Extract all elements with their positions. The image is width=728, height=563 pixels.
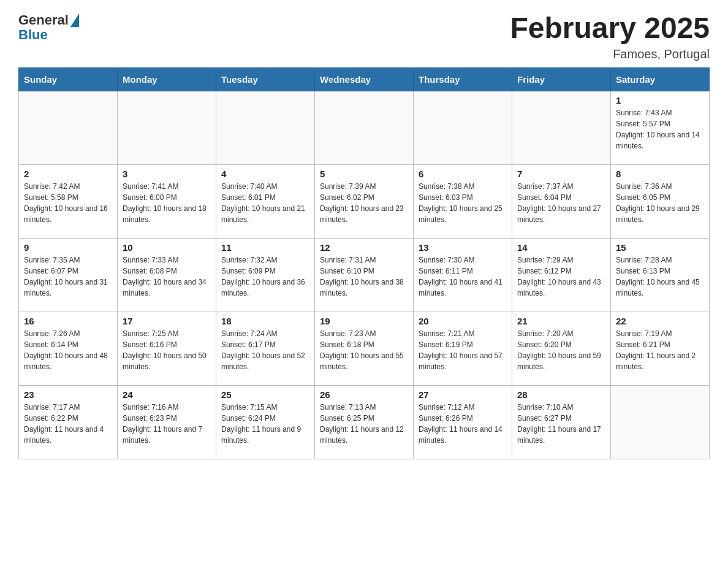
day-info: Sunrise: 7:23 AMSunset: 6:18 PMDaylight:… — [320, 328, 408, 372]
day-number: 1 — [616, 95, 704, 105]
day-info: Sunrise: 7:28 AMSunset: 6:13 PMDaylight:… — [616, 255, 704, 299]
day-number: 18 — [221, 316, 309, 326]
day-number: 13 — [419, 242, 507, 253]
day-number: 9 — [24, 242, 112, 253]
table-row — [216, 91, 315, 164]
day-number: 7 — [517, 169, 605, 179]
calendar-week-row: 2Sunrise: 7:42 AMSunset: 5:58 PMDaylight… — [19, 164, 710, 238]
day-info: Sunrise: 7:25 AMSunset: 6:16 PMDaylight:… — [123, 328, 211, 372]
logo: General Blue — [18, 12, 79, 43]
table-row: 5Sunrise: 7:39 AMSunset: 6:02 PMDaylight… — [315, 164, 414, 238]
calendar-week-row: 23Sunrise: 7:17 AMSunset: 6:22 PMDayligh… — [19, 385, 710, 459]
header-wednesday: Wednesday — [315, 67, 414, 91]
table-row: 17Sunrise: 7:25 AMSunset: 6:16 PMDayligh… — [118, 312, 216, 385]
day-number: 3 — [123, 169, 211, 179]
day-info: Sunrise: 7:42 AMSunset: 5:58 PMDaylight:… — [24, 181, 112, 225]
table-row: 10Sunrise: 7:33 AMSunset: 6:08 PMDayligh… — [118, 238, 216, 312]
day-info: Sunrise: 7:32 AMSunset: 6:09 PMDaylight:… — [221, 255, 309, 299]
table-row — [414, 91, 512, 164]
table-row: 6Sunrise: 7:38 AMSunset: 6:03 PMDaylight… — [414, 164, 512, 238]
day-info: Sunrise: 7:20 AMSunset: 6:20 PMDaylight:… — [517, 328, 605, 372]
calendar-table: Sunday Monday Tuesday Wednesday Thursday… — [18, 67, 710, 459]
day-info: Sunrise: 7:24 AMSunset: 6:17 PMDaylight:… — [221, 328, 309, 372]
header-thursday: Thursday — [414, 67, 512, 91]
day-info: Sunrise: 7:16 AMSunset: 6:23 PMDaylight:… — [123, 402, 211, 446]
day-number: 14 — [517, 242, 605, 253]
table-row: 2Sunrise: 7:42 AMSunset: 5:58 PMDaylight… — [19, 164, 118, 238]
month-title: February 2025 — [510, 12, 710, 45]
day-info: Sunrise: 7:37 AMSunset: 6:04 PMDaylight:… — [517, 181, 605, 225]
day-number: 27 — [419, 389, 507, 400]
day-info: Sunrise: 7:43 AMSunset: 5:57 PMDaylight:… — [616, 107, 704, 151]
logo-triangle-icon — [70, 13, 79, 27]
table-row — [19, 91, 118, 164]
table-row — [512, 91, 611, 164]
table-row: 15Sunrise: 7:28 AMSunset: 6:13 PMDayligh… — [611, 238, 710, 312]
table-row: 28Sunrise: 7:10 AMSunset: 6:27 PMDayligh… — [512, 385, 611, 459]
day-info: Sunrise: 7:21 AMSunset: 6:19 PMDaylight:… — [419, 328, 507, 372]
day-number: 4 — [221, 169, 309, 179]
day-info: Sunrise: 7:35 AMSunset: 6:07 PMDaylight:… — [24, 255, 112, 299]
table-row: 8Sunrise: 7:36 AMSunset: 6:05 PMDaylight… — [611, 164, 710, 238]
table-row: 13Sunrise: 7:30 AMSunset: 6:11 PMDayligh… — [414, 238, 512, 312]
day-info: Sunrise: 7:19 AMSunset: 6:21 PMDaylight:… — [616, 328, 704, 372]
day-number: 28 — [517, 389, 605, 400]
day-number: 26 — [320, 389, 408, 400]
header-sunday: Sunday — [19, 67, 118, 91]
table-row: 22Sunrise: 7:19 AMSunset: 6:21 PMDayligh… — [611, 312, 710, 385]
day-info: Sunrise: 7:36 AMSunset: 6:05 PMDaylight:… — [616, 181, 704, 225]
table-row: 25Sunrise: 7:15 AMSunset: 6:24 PMDayligh… — [216, 385, 315, 459]
header-friday: Friday — [512, 67, 611, 91]
header-saturday: Saturday — [611, 67, 710, 91]
table-row: 11Sunrise: 7:32 AMSunset: 6:09 PMDayligh… — [216, 238, 315, 312]
day-info: Sunrise: 7:15 AMSunset: 6:24 PMDaylight:… — [221, 402, 309, 446]
day-info: Sunrise: 7:40 AMSunset: 6:01 PMDaylight:… — [221, 181, 309, 225]
day-number: 2 — [24, 169, 112, 179]
calendar-week-row: 9Sunrise: 7:35 AMSunset: 6:07 PMDaylight… — [19, 238, 710, 312]
day-number: 25 — [221, 389, 309, 400]
table-row — [118, 91, 216, 164]
table-row: 24Sunrise: 7:16 AMSunset: 6:23 PMDayligh… — [118, 385, 216, 459]
day-info: Sunrise: 7:29 AMSunset: 6:12 PMDaylight:… — [517, 255, 605, 299]
table-row: 14Sunrise: 7:29 AMSunset: 6:12 PMDayligh… — [512, 238, 611, 312]
day-number: 21 — [517, 316, 605, 326]
header-monday: Monday — [118, 67, 216, 91]
table-row: 18Sunrise: 7:24 AMSunset: 6:17 PMDayligh… — [216, 312, 315, 385]
logo-blue-text: Blue — [18, 27, 48, 43]
logo-general-text: General — [18, 12, 69, 28]
table-row: 19Sunrise: 7:23 AMSunset: 6:18 PMDayligh… — [315, 312, 414, 385]
table-row — [611, 385, 710, 459]
day-info: Sunrise: 7:30 AMSunset: 6:11 PMDaylight:… — [419, 255, 507, 299]
table-row: 9Sunrise: 7:35 AMSunset: 6:07 PMDaylight… — [19, 238, 118, 312]
table-row: 21Sunrise: 7:20 AMSunset: 6:20 PMDayligh… — [512, 312, 611, 385]
title-area: February 2025 Famoes, Portugal — [510, 12, 710, 61]
day-number: 5 — [320, 169, 408, 179]
day-number: 16 — [24, 316, 112, 326]
day-number: 20 — [419, 316, 507, 326]
header-tuesday: Tuesday — [216, 67, 315, 91]
day-info: Sunrise: 7:31 AMSunset: 6:10 PMDaylight:… — [320, 255, 408, 299]
calendar-header-row: Sunday Monday Tuesday Wednesday Thursday… — [19, 67, 710, 91]
day-info: Sunrise: 7:12 AMSunset: 6:26 PMDaylight:… — [419, 402, 507, 446]
day-number: 19 — [320, 316, 408, 326]
day-info: Sunrise: 7:33 AMSunset: 6:08 PMDaylight:… — [123, 255, 211, 299]
day-number: 12 — [320, 242, 408, 253]
table-row: 4Sunrise: 7:40 AMSunset: 6:01 PMDaylight… — [216, 164, 315, 238]
table-row: 3Sunrise: 7:41 AMSunset: 6:00 PMDaylight… — [118, 164, 216, 238]
table-row: 23Sunrise: 7:17 AMSunset: 6:22 PMDayligh… — [19, 385, 118, 459]
table-row: 1Sunrise: 7:43 AMSunset: 5:57 PMDaylight… — [611, 91, 710, 164]
table-row: 7Sunrise: 7:37 AMSunset: 6:04 PMDaylight… — [512, 164, 611, 238]
day-number: 22 — [616, 316, 704, 326]
calendar-week-row: 16Sunrise: 7:26 AMSunset: 6:14 PMDayligh… — [19, 312, 710, 385]
calendar-week-row: 1Sunrise: 7:43 AMSunset: 5:57 PMDaylight… — [19, 91, 710, 164]
day-info: Sunrise: 7:38 AMSunset: 6:03 PMDaylight:… — [419, 181, 507, 225]
day-info: Sunrise: 7:10 AMSunset: 6:27 PMDaylight:… — [517, 402, 605, 446]
day-number: 6 — [419, 169, 507, 179]
page-header: General Blue February 2025 Famoes, Portu… — [18, 12, 710, 61]
day-info: Sunrise: 7:17 AMSunset: 6:22 PMDaylight:… — [24, 402, 112, 446]
day-number: 8 — [616, 169, 704, 179]
table-row: 12Sunrise: 7:31 AMSunset: 6:10 PMDayligh… — [315, 238, 414, 312]
table-row: 16Sunrise: 7:26 AMSunset: 6:14 PMDayligh… — [19, 312, 118, 385]
day-number: 17 — [123, 316, 211, 326]
table-row: 20Sunrise: 7:21 AMSunset: 6:19 PMDayligh… — [414, 312, 512, 385]
